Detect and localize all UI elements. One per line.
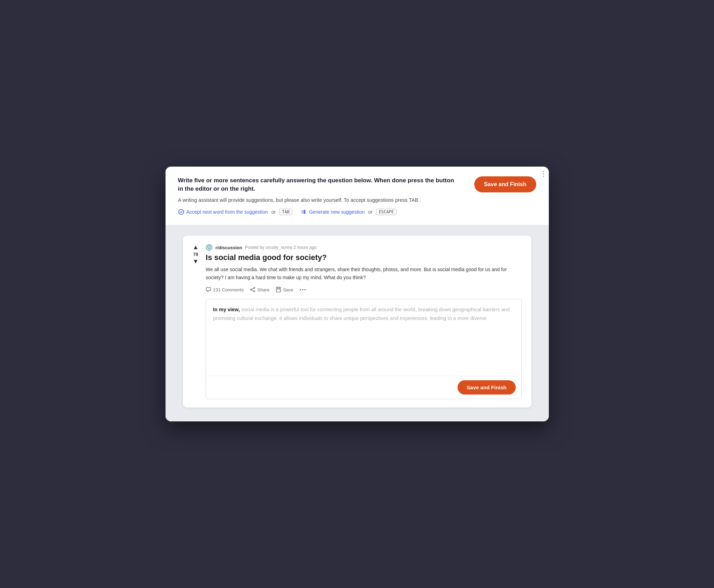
accept-shortcut: Accept next word from the suggestion (178, 209, 268, 215)
share-icon (250, 287, 255, 292)
escape-key: ESCAPE (376, 209, 397, 215)
header-left: Write five or more sentences carefully a… (178, 176, 474, 215)
window-chrome (543, 171, 544, 177)
shortcut-row: Accept next word from the suggestion or … (178, 209, 460, 215)
save-finish-button-editor[interactable]: Save and Finish (458, 380, 515, 395)
downvote-button[interactable]: ▼ (193, 258, 199, 265)
post-actions: 131 Comments Share (206, 287, 521, 292)
editor-body[interactable]: In my view, social media is a powerful t… (206, 299, 521, 376)
svg-line-7 (252, 290, 254, 291)
vote-count: 78 (193, 252, 198, 257)
chrome-dot-3 (543, 176, 544, 177)
generate-label: Generate new suggestion (309, 209, 365, 215)
save-finish-button-header[interactable]: Save and Finish (474, 176, 536, 192)
main-window: Write five or more sentences carefully a… (166, 167, 549, 421)
post-meta-text: Posted by u/cody_sunny 2 hours ago (245, 245, 317, 250)
header-title: Write five or more sentences carefully a… (178, 176, 460, 193)
more-actions-button[interactable]: ••• (300, 287, 307, 292)
chrome-dot-1 (543, 171, 544, 172)
save-label: Save (283, 287, 293, 292)
comments-icon (206, 287, 211, 292)
svg-point-2 (210, 245, 212, 246)
shuffle-icon (301, 209, 307, 215)
upvote-button[interactable]: ▲ (193, 244, 199, 250)
sep2: or (368, 209, 372, 215)
comment-editor: In my view, social media is a powerful t… (206, 299, 521, 399)
post-title: Is social media good for society? (206, 253, 521, 262)
vote-column: ▲ 78 ▼ (193, 244, 199, 399)
reddit-card: ▲ 78 ▼ r/disc (183, 236, 531, 407)
tab-key: TAB (279, 209, 292, 215)
post-info: r/discussion Posted by u/cody_sunny 2 ho… (206, 244, 521, 399)
accept-icon (178, 209, 184, 215)
accept-label: Accept next word from the suggestion (186, 209, 268, 215)
svg-point-3 (254, 288, 255, 289)
save-action[interactable]: Save (276, 287, 293, 292)
editor-suggestion-text: social media is a powerful tool for conn… (213, 307, 509, 321)
content-area: ▲ 78 ▼ r/disc (166, 225, 549, 421)
subreddit-name: r/discussion (215, 245, 242, 250)
editor-footer: Save and Finish (206, 376, 521, 399)
subreddit-icon (206, 244, 213, 251)
svg-rect-8 (276, 287, 281, 292)
generate-shortcut: Generate new suggestion (301, 209, 365, 215)
save-icon (276, 287, 281, 292)
comments-action[interactable]: 131 Comments (206, 287, 244, 292)
svg-point-5 (254, 291, 255, 292)
post-layout: ▲ 78 ▼ r/disc (193, 244, 522, 399)
post-header-line: r/discussion Posted by u/cody_sunny 2 ho… (206, 244, 521, 251)
header-subtitle: A writing assistant will provide suggest… (178, 197, 460, 204)
editor-typed-text: In my view, (213, 307, 240, 312)
svg-point-4 (251, 289, 252, 290)
share-action[interactable]: Share (250, 287, 269, 292)
comments-label: 131 Comments (213, 287, 244, 292)
header: Write five or more sentences carefully a… (166, 167, 549, 225)
svg-line-6 (252, 288, 254, 289)
sep1: or (271, 209, 276, 215)
share-label: Share (257, 287, 269, 292)
chrome-dot-2 (543, 173, 544, 174)
post-body: We all use social media. We chat with fr… (206, 266, 521, 281)
